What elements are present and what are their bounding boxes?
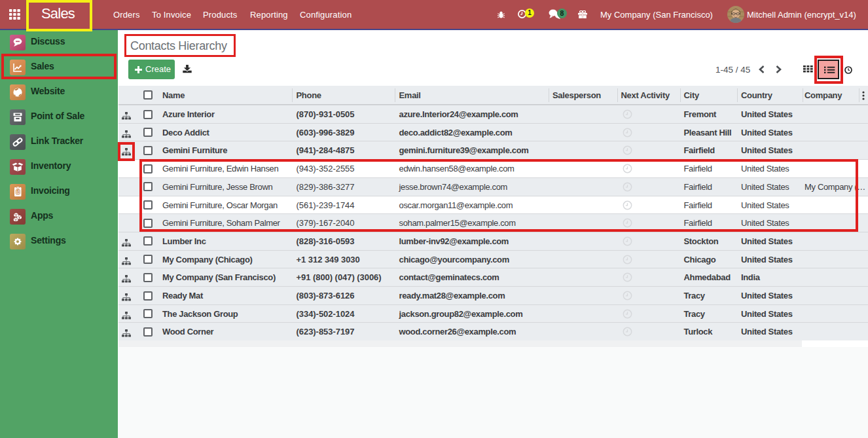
- svg-text:$: $: [16, 189, 19, 194]
